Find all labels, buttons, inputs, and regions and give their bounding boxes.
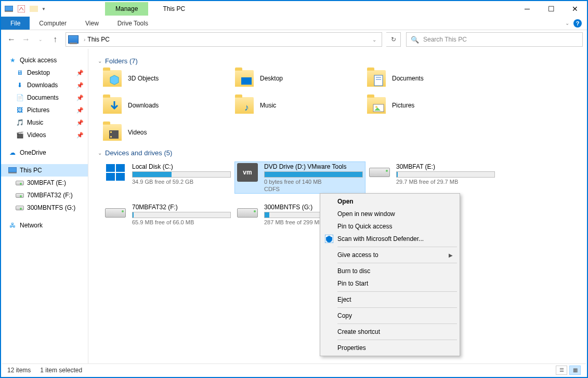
folders-section-header[interactable]: ⌄ Folders (7) — [98, 57, 578, 65]
svg-rect-2 — [18, 5, 25, 12]
search-input[interactable]: 🔍 Search This PC — [406, 32, 583, 47]
tab-view[interactable]: View — [76, 17, 108, 30]
qat-dropdown-icon[interactable]: ▼ — [42, 7, 46, 11]
context-menu-item[interactable]: Pin to Start — [322, 277, 458, 290]
folder-icon: 📄 — [16, 93, 24, 102]
svg-rect-4 — [8, 167, 17, 172]
context-menu-label: Scan with Microsoft Defender... — [337, 235, 424, 242]
drive-item[interactable]: 30MBFAT (E:)29.7 MB free of 29.7 MB — [367, 162, 497, 193]
tab-computer[interactable]: Computer — [30, 17, 76, 30]
nav-forward-button[interactable]: → — [20, 33, 32, 46]
sidebar-this-pc[interactable]: This PC — [1, 164, 88, 177]
sidebar-quick-access[interactable]: ★ Quick access — [1, 54, 88, 66]
sidebar-onedrive[interactable]: ☁ OneDrive — [1, 146, 88, 159]
status-item-count: 12 items — [7, 367, 31, 374]
drive-usage-bar — [132, 171, 231, 178]
context-menu-item[interactable]: Eject — [322, 293, 458, 306]
context-menu-item[interactable]: Give access to▶ — [322, 249, 458, 261]
pc-icon[interactable] — [4, 4, 14, 14]
folder-icon: ♪ — [235, 97, 254, 114]
minimize-button[interactable]: ─ — [515, 1, 539, 17]
sidebar-item-label: Pictures — [27, 106, 49, 114]
network-icon: 🖧 — [8, 221, 17, 230]
ribbon-collapse-icon[interactable]: ⌄ — [565, 20, 569, 26]
drive-item[interactable]: 70MBFAT32 (F:)65.9 MB free of 66.0 MB — [103, 203, 233, 226]
sidebar-label: Network — [20, 222, 43, 229]
nav-up-button[interactable]: ↑ — [49, 33, 61, 46]
hdd-icon — [369, 168, 390, 177]
drive-usage-bar — [396, 171, 495, 178]
section-title: Devices and drives (5) — [105, 149, 172, 157]
sidebar-drive[interactable]: 30MBFAT (E:) — [1, 177, 88, 189]
folder-item[interactable]: Videos — [103, 124, 233, 141]
hdd-icon — [237, 208, 258, 218]
view-details-button[interactable]: ☰ — [556, 366, 567, 375]
nav-recent-dropdown[interactable]: ⌄ — [34, 33, 47, 46]
search-icon: 🔍 — [411, 36, 419, 44]
close-button[interactable]: ✕ — [563, 1, 587, 17]
maximize-button[interactable]: ☐ — [539, 1, 563, 17]
sidebar-item-pictures[interactable]: 🖼Pictures📌 — [1, 104, 88, 116]
sidebar-item-music[interactable]: 🎵Music📌 — [1, 116, 88, 129]
sidebar-drive[interactable]: 70MBFAT32 (F:) — [1, 189, 88, 201]
sidebar-item-videos[interactable]: 🎬Videos📌 — [1, 129, 88, 141]
sidebar-item-desktop[interactable]: 🖥Desktop📌 — [1, 66, 88, 79]
hdd-icon — [105, 208, 126, 218]
help-icon[interactable]: ? — [573, 19, 582, 28]
folder-item[interactable]: Downloads — [103, 97, 233, 114]
folder-icon — [367, 97, 386, 114]
sidebar-network[interactable]: 🖧 Network — [1, 219, 88, 232]
sidebar-item-downloads[interactable]: ⬇Downloads📌 — [1, 79, 88, 91]
sidebar-label: This PC — [20, 167, 42, 174]
context-menu-separator — [337, 307, 457, 308]
submenu-arrow-icon: ▶ — [449, 252, 453, 258]
properties-icon[interactable] — [17, 4, 26, 14]
address-dropdown-icon[interactable]: ⌄ — [369, 37, 380, 43]
context-menu-item[interactable]: Copy — [322, 309, 458, 322]
quick-access-toolbar: ▼ — [1, 4, 49, 14]
folder-item[interactable]: ♪Music — [235, 97, 365, 114]
addr-separator-icon[interactable]: › — [84, 37, 85, 43]
folder-item[interactable]: 3D Objects — [103, 70, 233, 87]
tab-drive-tools[interactable]: Drive Tools — [108, 17, 158, 30]
dvd-icon: vm — [237, 163, 258, 182]
context-menu-label: Give access to — [337, 251, 378, 259]
sidebar-item-documents[interactable]: 📄Documents📌 — [1, 91, 88, 104]
sidebar-label: Quick access — [20, 57, 57, 64]
folder-label: Downloads — [128, 102, 159, 109]
drive-item[interactable]: vmDVD Drive (D:) VMware Tools0 bytes fre… — [235, 162, 365, 193]
context-menu-separator — [337, 247, 457, 247]
context-menu-item[interactable]: Burn to disc — [322, 265, 458, 277]
context-menu-item[interactable]: Open — [322, 195, 458, 208]
tab-file[interactable]: File — [1, 17, 30, 30]
drive-filesystem: CDFS — [264, 186, 364, 192]
drive-usage-bar — [264, 171, 363, 178]
address-bar[interactable]: › This PC ⌄ — [66, 32, 382, 47]
context-menu-item[interactable]: Scan with Microsoft Defender... — [322, 233, 458, 245]
drive-free-space: 34.9 GB free of 59.2 GB — [132, 179, 232, 185]
context-menu-item[interactable]: Create shortcut — [322, 326, 458, 338]
folder-item[interactable]: Desktop — [235, 70, 365, 87]
nav-back-button[interactable]: ← — [5, 33, 18, 46]
new-folder-icon[interactable] — [29, 4, 38, 14]
address-location[interactable]: This PC — [87, 36, 110, 43]
folder-item[interactable]: Documents — [367, 70, 497, 87]
view-tiles-button[interactable]: ▦ — [569, 366, 581, 375]
context-menu-item[interactable]: Pin to Quick access — [322, 220, 458, 233]
folder-label: Documents — [392, 75, 424, 82]
drives-section-header[interactable]: ⌄ Devices and drives (5) — [98, 149, 578, 157]
drive-name: 30MBFAT (E:) — [396, 163, 496, 170]
sidebar-drive[interactable]: 300MBNTFS (G:) — [1, 201, 88, 214]
svg-rect-16 — [110, 136, 112, 138]
tab-manage[interactable]: Manage — [105, 2, 148, 16]
svg-rect-8 — [374, 75, 383, 86]
context-menu-item[interactable]: Properties — [322, 342, 458, 354]
drive-item[interactable]: Local Disk (C:)34.9 GB free of 59.2 GB — [103, 162, 233, 193]
sidebar-item-label: 30MBFAT (E:) — [27, 179, 66, 186]
context-menu-item[interactable]: Open in new window — [322, 208, 458, 220]
pc-icon — [8, 166, 17, 174]
svg-rect-15 — [110, 131, 112, 133]
folder-item[interactable]: Pictures — [367, 97, 497, 114]
refresh-button[interactable]: ↻ — [386, 32, 401, 47]
drive-name: 70MBFAT32 (F:) — [132, 204, 232, 211]
